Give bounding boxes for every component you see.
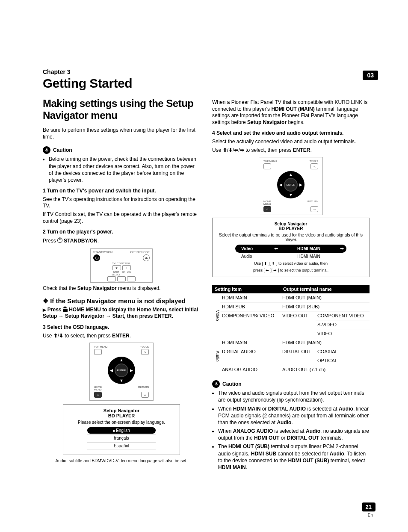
osd-lang-espanol: Español [87, 442, 156, 449]
osd-lang-english: English [87, 427, 156, 434]
step-3-text: Use ⬆/⬇ to select, then press ENTER. [43, 333, 200, 340]
caution-item: When HDMI MAIN or DIGITAL AUDIO is selec… [218, 405, 370, 426]
table-group-video: Video [212, 293, 220, 338]
kuro-paragraph: When a Pioneer Flat Panel TV that is com… [212, 99, 370, 126]
osd-row-video: Video ⬅ HDMI MAIN ➡ [235, 245, 346, 253]
intro-text: Be sure to perform these settings when u… [43, 127, 200, 140]
caution-item: When ANALOG AUDIO is selected at Audio, … [218, 428, 370, 441]
terminals-table: Setting item Output terminal name Video … [212, 285, 370, 374]
osd-note: Audio, subtitle and BDMV/DVD-Video menu … [43, 458, 200, 463]
use-arrows-line: Use ⬆/⬇/⬅/➡ to select, then press ENTER. [212, 147, 370, 154]
osd-terminals-box: Setup Navigator BD PLAYER Select the out… [212, 218, 370, 277]
osd-row-audio: Audio HDMI MAIN [235, 254, 346, 259]
standby-button-graphic: ⏻ [93, 254, 100, 261]
step-4-heading: 4 Select and set the video and audio out… [212, 130, 370, 137]
sub-heading: If the Setup Navigator menu is not displ… [43, 297, 200, 305]
caution-label: Caution [222, 381, 242, 387]
home-icon [63, 307, 68, 312]
press-home-line: Press HOME MENU to display the Home Menu… [43, 307, 200, 320]
caution-item: The video and audio signals output from … [218, 390, 370, 403]
page-number: 21 [362, 502, 375, 511]
step-2-heading: 2 Turn on the player's power. [43, 229, 200, 236]
column-left: Making settings using the Setup Navigato… [43, 98, 200, 473]
step-4-text: Select the actually connected video and … [212, 139, 370, 145]
chapter-number-badge: 03 [363, 71, 378, 80]
step-1-text: See the TV's operating instructions for … [43, 196, 200, 210]
remote-figure-2: TOP MENU TOOLS ✎ ▲ ▼ ◀ ▶ ENTER HOME MENU… [259, 157, 323, 215]
remote-figure: TOP MENU TOOLS ✎ ▲ ▼ ◀ ▶ ENTER HOME MENU… [89, 343, 154, 401]
osd-lang-francais: français [87, 434, 156, 441]
caution-bullet: Before turning on the power, check that … [49, 156, 200, 183]
check-line: Check that the Setup Navigator menu is d… [43, 285, 200, 292]
top-menu-button-graphic [94, 349, 102, 355]
table-group-audio: Audio [212, 338, 220, 374]
home-menu-button-graphic: ⌂ [94, 392, 102, 398]
section-heading: Making settings using the Setup Navigato… [43, 98, 200, 121]
page-language: En [368, 513, 373, 517]
caution-icon [212, 380, 220, 388]
standby-figure: STANDBY/ON OPEN/CLOSE ⏻ ⏏ TV CONTROL ⏻+ … [90, 248, 153, 283]
chapter-title: Getting Started [43, 76, 370, 91]
caution-icon [43, 146, 50, 154]
chapter-label: Chapter 3 [43, 68, 370, 75]
return-button-graphic: ↩ [141, 392, 149, 398]
caution-item: The HDMI OUT (SUB) terminal outputs line… [218, 443, 370, 471]
eject-button-graphic: ⏏ [143, 254, 150, 261]
power-icon [57, 238, 62, 243]
caution-label: Caution [53, 147, 72, 153]
column-right: When a Pioneer Flat Panel TV that is com… [212, 98, 370, 473]
dpad-wheel-graphic: ▲ ▼ ◀ ▶ ENTER [108, 357, 135, 384]
osd-language-box: Setup Navigator BD PLAYER Please select … [63, 404, 180, 455]
step-2-text: Press STANDBY/ON. [43, 237, 200, 245]
step-3-heading: 3 Select the OSD language. [43, 324, 200, 331]
step-1-heading: 1 Turn on the TV's power and switch the … [43, 188, 200, 195]
step-1-text-2: If TV Control is set, the TV can be oper… [43, 211, 200, 225]
tools-button-graphic: ✎ [141, 349, 149, 355]
